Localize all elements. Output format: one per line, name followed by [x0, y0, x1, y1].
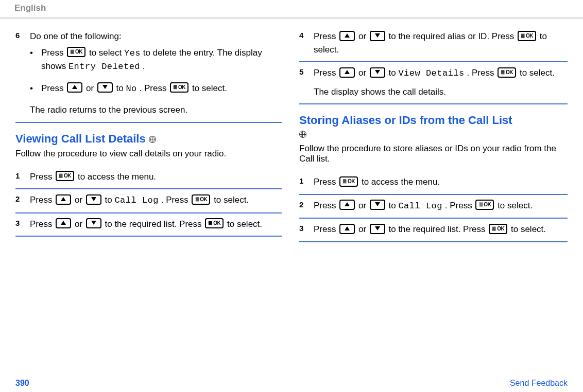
svg-marker-6 [345, 33, 350, 38]
bullet-marker: • [30, 82, 41, 96]
step-number: 3 [299, 223, 314, 236]
text: to access the menu. [362, 177, 440, 187]
step-body: Press or to View Details . Press ≣ OK to… [314, 66, 568, 98]
text: or [75, 195, 85, 205]
step-number: 2 [15, 193, 30, 207]
step-number: 6 [15, 30, 30, 117]
text: to [389, 68, 399, 78]
step-body: Press or to the required list. Press ≣ O… [314, 223, 568, 236]
ok-button-icon: ≣ OK [339, 176, 358, 187]
step-number: 5 [299, 66, 314, 98]
step-body: Press or to Call Log . Press ≣ OK to sel… [314, 199, 568, 213]
down-button-icon [370, 67, 385, 78]
step-number: 1 [15, 170, 30, 184]
globe-icon [299, 131, 306, 138]
text: Press [314, 68, 338, 78]
text: Press [30, 195, 55, 205]
mono-no: No [126, 84, 136, 94]
text: . Press [467, 68, 497, 78]
text: Press [314, 177, 338, 187]
up-button-icon [56, 218, 71, 228]
ok-button-icon: ≣ OK [498, 67, 516, 78]
text: or [358, 224, 369, 234]
svg-marker-13 [375, 226, 380, 230]
svg-marker-12 [345, 226, 350, 230]
text: . [143, 61, 145, 71]
mono-entry-deleted: Entry Deleted [68, 62, 140, 72]
return-text: The radio returns to the previous screen… [30, 103, 282, 117]
bullet-body: Press or to No . Press ≣ OK to select. [41, 82, 282, 96]
text: to the required list. Press [389, 224, 488, 234]
text: or [358, 68, 369, 78]
step-2: 2 Press or to Call Log . Press ≣ OK to s… [15, 189, 282, 213]
step-5: 5 Press or to View Details . Press ≣ OK … [299, 62, 568, 104]
title-text: Viewing Call List Details [15, 132, 149, 145]
step-lead: Do one of the following: [30, 30, 282, 43]
page-number: 390 [15, 379, 29, 388]
text: Press [314, 31, 338, 41]
step-1: 1 Press ≣ OK to access the menu. [15, 166, 282, 190]
ok-button-icon: ≣ OK [489, 224, 507, 234]
ok-button-icon: ≣ OK [67, 47, 85, 57]
step-body: Press ≣ OK to access the menu. [30, 170, 282, 184]
text: to the required alias or ID. Press [389, 31, 517, 41]
down-button-icon [370, 224, 385, 234]
text: to select. [214, 195, 249, 205]
mono-call-log: Call Log [114, 195, 159, 205]
mono-yes: Yes [124, 48, 141, 58]
text: to access the menu. [78, 172, 156, 182]
svg-marker-8 [345, 70, 350, 74]
svg-marker-0 [72, 85, 77, 89]
down-button-icon [86, 194, 101, 205]
svg-marker-7 [375, 33, 380, 38]
step-number: 3 [15, 218, 30, 231]
text: . Press [445, 201, 475, 210]
content-area: 6 Do one of the following: • Press ≣ OK … [0, 19, 583, 242]
section-title-storing: Storing Aliases or IDs from the Call Lis… [299, 114, 568, 140]
svg-marker-4 [61, 221, 66, 225]
text: to select. [511, 224, 546, 234]
step-body: Press or to the required alias or ID. Pr… [314, 30, 568, 56]
mono-call-log: Call Log [398, 201, 442, 211]
bullet-marker: • [30, 46, 41, 74]
svg-marker-2 [61, 197, 66, 201]
section-intro: Follow the procedure to view call detail… [15, 149, 282, 159]
down-button-icon [370, 31, 385, 41]
title-text: Storing Aliases or IDs from the Call Lis… [299, 114, 512, 127]
step-number: 4 [299, 30, 314, 56]
svg-marker-9 [375, 70, 380, 74]
send-feedback-link[interactable]: Send Feedback [510, 379, 568, 388]
ok-button-icon: ≣ OK [518, 31, 536, 41]
ok-button-icon: ≣ OK [205, 218, 224, 228]
ok-button-icon: ≣ OK [56, 171, 74, 181]
language-label: English [14, 3, 46, 13]
step-1: 1 Press ≣ OK to access the menu. [299, 171, 568, 195]
step-4: 4 Press or to the required alias or ID. … [299, 26, 568, 62]
mono-view-details: View Details [398, 68, 464, 78]
page-header: English [0, 0, 583, 19]
section-intro: Follow the procedure to store aliases or… [299, 144, 568, 164]
step-tail: The display shows the call details. [314, 85, 568, 99]
text: . Press [140, 83, 169, 93]
text: Press [314, 224, 338, 234]
text: to [116, 83, 126, 93]
down-button-icon [97, 82, 113, 93]
svg-marker-1 [102, 85, 108, 89]
globe-icon [149, 136, 156, 143]
text: Press [314, 201, 338, 210]
up-button-icon [339, 67, 355, 78]
text: to [389, 201, 399, 210]
text: Press [30, 172, 55, 182]
bullet-item: • Press ≣ OK to select Yes to delete the… [30, 46, 282, 74]
up-button-icon [339, 31, 355, 41]
text: to select [89, 48, 124, 58]
step-3: 3 Press or to the required list. Press ≣… [299, 219, 568, 242]
up-button-icon [67, 82, 82, 93]
section-title-viewing: Viewing Call List Details [15, 132, 282, 146]
up-button-icon [56, 194, 71, 205]
svg-marker-10 [345, 202, 350, 206]
text: to select. [498, 201, 533, 210]
svg-marker-11 [375, 202, 380, 206]
bullet-body: Press ≣ OK to select Yes to delete the e… [41, 46, 282, 74]
text: or [75, 219, 85, 229]
